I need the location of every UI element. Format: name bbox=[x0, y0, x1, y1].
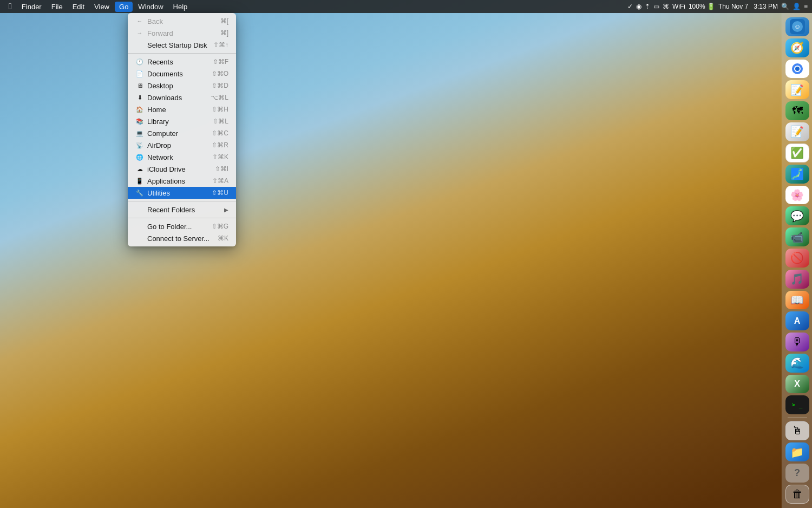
icloud-label: iCloud Drive bbox=[147, 165, 186, 173]
eye-icon: ◉ bbox=[636, 3, 641, 10]
network-icon: 🌐 bbox=[135, 153, 144, 161]
menu-item-back[interactable]: ← Back ⌘[ bbox=[128, 15, 236, 27]
menu-item-startup[interactable]: Select Startup Disk ⇧⌘↑ bbox=[128, 39, 236, 51]
battery-status: 100% 🔋 bbox=[689, 3, 715, 10]
bluetooth-icon: ⌘ bbox=[663, 3, 669, 10]
dock-icon-music[interactable]: 🎵 bbox=[785, 270, 809, 289]
back-shortcut: ⌘[ bbox=[220, 17, 228, 25]
menu-item-utilities[interactable]: 🔧 Utilities ⇧⌘U bbox=[128, 187, 236, 199]
utilities-icon: 🔧 bbox=[135, 188, 144, 197]
date-time: Thu Nov 7 3:13 PM bbox=[718, 3, 778, 10]
menu-item-desktop[interactable]: 🖥 Desktop ⇧⌘D bbox=[128, 80, 236, 92]
startup-label: Select Startup Disk bbox=[147, 41, 207, 49]
airdrop-label: AirDrop bbox=[147, 141, 171, 149]
dock-icon-books[interactable]: 📖 bbox=[785, 291, 809, 310]
menu-item-computer[interactable]: 💻 Computer ⇧⌘C bbox=[128, 127, 236, 139]
dock-icon-textedit[interactable]: 📝 bbox=[785, 122, 809, 141]
dock-icon-reminders[interactable]: ✅ bbox=[785, 144, 809, 162]
svg-text:☺: ☺ bbox=[794, 23, 801, 30]
menu-item-airdrop[interactable]: 📡 AirDrop ⇧⌘R bbox=[128, 139, 236, 151]
library-icon: 📚 bbox=[135, 117, 144, 126]
dock-icon-podcasts[interactable]: 🎙 bbox=[785, 333, 809, 351]
connect-server-icon bbox=[135, 234, 144, 243]
desktop-shortcut: ⇧⌘D bbox=[212, 82, 228, 89]
connect-server-shortcut: ⌘K bbox=[218, 235, 228, 242]
task-complete-icon: ✓ bbox=[627, 3, 633, 10]
dock-icon-folder[interactable]: 📁 bbox=[785, 442, 809, 461]
menu-item-recents[interactable]: 🕐 Recents ⇧⌘F bbox=[128, 56, 236, 68]
computer-icon: 💻 bbox=[135, 129, 144, 138]
go-to-folder-label: Go to Folder... bbox=[147, 223, 192, 231]
forward-label: Forward bbox=[147, 29, 173, 37]
dock-icon-maps2[interactable]: 🗾 bbox=[785, 165, 809, 184]
menu-item-connect-server[interactable]: Connect to Server... ⌘K bbox=[128, 232, 236, 244]
menu-item-documents[interactable]: 📄 Documents ⇧⌘O bbox=[128, 68, 236, 80]
dock-icon-maps[interactable]: 🗺 bbox=[785, 101, 809, 120]
computer-shortcut: ⇧⌘C bbox=[212, 129, 228, 137]
airplay-icon: ▭ bbox=[653, 3, 659, 10]
back-icon: ← bbox=[135, 17, 144, 25]
network-shortcut: ⇧⌘K bbox=[212, 153, 228, 161]
dock-icon-blocker[interactable]: 🚫 bbox=[785, 249, 809, 268]
documents-icon: 📄 bbox=[135, 69, 144, 78]
divider-3 bbox=[128, 218, 236, 218]
menubar-left:  Finder File Edit View Go Window Help bbox=[4, 2, 192, 12]
documents-label: Documents bbox=[147, 70, 183, 78]
back-label: Back bbox=[147, 17, 163, 25]
go-menu-trigger[interactable]: Go bbox=[115, 2, 133, 12]
menubar-right: ✓ ◉ ⇡ ▭ ⌘ WiFi 100% 🔋 Thu Nov 7 3:13 PM … bbox=[627, 3, 808, 10]
recents-shortcut: ⇧⌘F bbox=[213, 58, 228, 66]
applications-label: Applications bbox=[147, 177, 185, 185]
home-shortcut: ⇧⌘H bbox=[212, 106, 228, 113]
svg-point-5 bbox=[795, 67, 800, 71]
dock-icon-photos[interactable]: 🌸 bbox=[785, 186, 809, 205]
forward-shortcut: ⌘] bbox=[220, 29, 228, 37]
desktop-label: Desktop bbox=[147, 82, 173, 90]
dock-icon-help[interactable]: ? bbox=[785, 464, 809, 483]
dock-icon-appstore[interactable]: A bbox=[785, 311, 809, 330]
utilities-shortcut: ⇧⌘U bbox=[212, 189, 228, 197]
wifi-icon: WiFi bbox=[672, 3, 685, 10]
home-label: Home bbox=[147, 106, 166, 114]
dock-icon-finder[interactable]: ☺ bbox=[785, 17, 809, 36]
dock-icon-stickies[interactable]: 📝 bbox=[785, 80, 809, 99]
menu-item-recent-folders[interactable]: Recent Folders ▶ bbox=[128, 204, 236, 216]
dock-icon-safari[interactable]: 🧭 bbox=[785, 38, 809, 57]
file-menu[interactable]: File bbox=[47, 2, 67, 12]
startup-icon bbox=[135, 41, 144, 49]
icloud-icon: ☁ bbox=[135, 165, 144, 173]
dock-icon-chrome[interactable] bbox=[785, 60, 809, 79]
finder-menu[interactable]: Finder bbox=[17, 2, 46, 12]
menu-item-go-to-folder[interactable]: Go to Folder... ⇧⌘G bbox=[128, 220, 236, 232]
view-menu[interactable]: View bbox=[90, 2, 114, 12]
search-icon[interactable]: 🔍 bbox=[781, 3, 789, 10]
edit-menu[interactable]: Edit bbox=[68, 2, 89, 12]
window-menu[interactable]: Window bbox=[134, 2, 167, 12]
recent-folders-icon bbox=[135, 205, 144, 214]
menubar:  Finder File Edit View Go Window Help ✓… bbox=[0, 0, 812, 13]
go-to-folder-icon bbox=[135, 222, 144, 231]
help-menu[interactable]: Help bbox=[169, 2, 192, 12]
dock-icon-terminal[interactable]: > _ bbox=[785, 395, 809, 414]
menu-item-network[interactable]: 🌐 Network ⇧⌘K bbox=[128, 151, 236, 163]
menu-item-home[interactable]: 🏠 Home ⇧⌘H bbox=[128, 103, 236, 115]
airdrop-icon: ⇡ bbox=[645, 3, 650, 10]
dock-icon-facetime[interactable]: 📹 bbox=[785, 227, 809, 246]
recent-folders-label: Recent Folders bbox=[147, 206, 195, 214]
dock-icon-mouse[interactable]: 🖱 bbox=[785, 421, 809, 440]
desktop-icon: 🖥 bbox=[135, 81, 144, 90]
menu-item-downloads[interactable]: ⬇ Downloads ⌥⌘L bbox=[128, 92, 236, 103]
dock-icon-excel[interactable]: X bbox=[785, 375, 809, 394]
apple-menu[interactable]:  bbox=[4, 2, 16, 11]
dock-icon-messages[interactable]: 💬 bbox=[785, 206, 809, 225]
menu-item-library[interactable]: 📚 Library ⇧⌘L bbox=[128, 115, 236, 127]
dock: ☺ 🧭 📝 🗺 📝 ✅ 🗾 🌸 💬 📹 🚫 🎵 📖 bbox=[782, 13, 812, 508]
menu-item-forward[interactable]: → Forward ⌘] bbox=[128, 27, 236, 39]
notification-icon[interactable]: ≡ bbox=[804, 3, 808, 10]
menu-item-icloud[interactable]: ☁ iCloud Drive ⇧⌘I bbox=[128, 163, 236, 175]
recents-icon: 🕐 bbox=[135, 57, 144, 66]
dock-icon-edge[interactable]: 🌊 bbox=[785, 354, 809, 373]
utilities-label: Utilities bbox=[147, 189, 170, 197]
dock-icon-trash[interactable]: 🗑 bbox=[785, 485, 809, 504]
menu-item-applications[interactable]: 📱 Applications ⇧⌘A bbox=[128, 175, 236, 187]
